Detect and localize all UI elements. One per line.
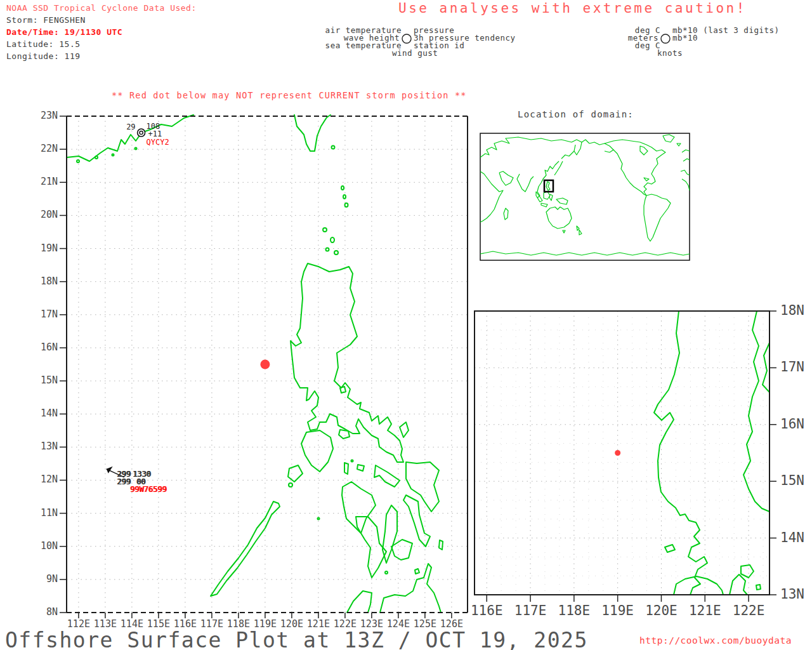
main-lon-label-118E: 118E	[227, 619, 250, 630]
zoom-map-coastlines	[654, 311, 769, 595]
main-lat-label-13N: 13N	[41, 441, 58, 452]
islet-romblon	[351, 460, 353, 462]
world-coastlines	[480, 135, 690, 255]
main-lat-label-21N: 21N	[41, 176, 58, 187]
zoom-lat-label-16N: 16N	[780, 417, 804, 432]
coast-palawan	[211, 501, 280, 596]
coast-tablas	[344, 463, 348, 474]
islet-siquijor	[385, 571, 388, 574]
zoom-lon-label-120E: 120E	[645, 604, 678, 618]
islet-batanes	[341, 186, 344, 190]
station-id: 99W76599	[130, 486, 167, 494]
coast-samar	[406, 462, 439, 512]
islet-babuyan	[334, 251, 338, 255]
coast-catanduanes	[400, 422, 409, 437]
main-lat-label-17N: 17N	[41, 309, 58, 320]
main-lat-label-23N: 23N	[41, 110, 58, 121]
main-lon-label-126E: 126E	[440, 619, 463, 630]
main-lon-label-113E: 113E	[94, 619, 117, 630]
zoom-lon-label-119E: 119E	[601, 604, 634, 618]
coast-mindoro	[301, 430, 333, 472]
coast-camiguin	[415, 569, 419, 574]
islet-lanyu	[332, 146, 335, 149]
zoom-lat-label-14N: 14N	[780, 531, 804, 545]
islet	[135, 148, 137, 150]
zoom-lon-label-117E: 117E	[514, 604, 547, 618]
main-lat-label-9N: 9N	[46, 574, 58, 585]
zoom-lat-label-13N: 13N	[780, 587, 804, 602]
islet	[77, 160, 79, 162]
station-model-circle-icon	[402, 34, 411, 43]
main-lat-label-18N: 18N	[41, 276, 58, 287]
main-lat-label-12N: 12N	[41, 474, 58, 485]
main-lon-label-119E: 119E	[254, 619, 277, 630]
main-lon-label-125E: 125E	[414, 619, 436, 630]
main-lat-label-11N: 11N	[41, 508, 58, 519]
station-wind-pennant	[107, 467, 113, 474]
station-circle	[138, 129, 145, 136]
islet-babuyan	[331, 237, 334, 242]
zoom-lon-label-118E: 118E	[558, 604, 591, 618]
storm-dot-main	[260, 360, 270, 369]
main-map-coastlines	[67, 115, 443, 613]
islet-babuyan	[326, 248, 329, 251]
zoom-lon-label-116E: 116E	[471, 604, 503, 618]
plot-canvas	[0, 0, 812, 650]
station-layer	[107, 129, 145, 477]
main-lat-label-8N: 8N	[46, 607, 58, 618]
main-lat-label-10N: 10N	[41, 541, 58, 552]
main-lon-label-114E: 114E	[121, 619, 143, 630]
islet-culion	[289, 483, 292, 487]
coast-south-china	[67, 115, 193, 161]
station-id: QYCY2	[147, 138, 169, 147]
main-lon-label-124E: 124E	[387, 619, 410, 630]
coast-lubang	[665, 545, 675, 552]
zoom-lon-label-122E: 122E	[733, 604, 765, 618]
coast-polillo	[340, 387, 346, 393]
coast-masbate	[374, 465, 400, 487]
main-lon-label-116E: 116E	[174, 619, 197, 630]
coast-zamboanga	[347, 591, 372, 613]
main-lon-label-123E: 123E	[360, 619, 383, 630]
main-lon-label-120E: 120E	[280, 619, 303, 630]
coast-panay	[342, 482, 376, 533]
coast-mindanao	[380, 564, 441, 613]
coast-negros	[356, 517, 386, 578]
zoom-lat-label-17N: 17N	[780, 360, 804, 375]
world-map-frame	[480, 133, 690, 260]
zoom-lat-label-15N: 15N	[780, 474, 804, 488]
main-lon-label-121E: 121E	[307, 619, 330, 630]
coast-taiwan	[294, 115, 331, 151]
grid-layer	[60, 116, 776, 618]
zoom-map-frame	[475, 311, 769, 595]
zoom-lon-label-121E: 121E	[689, 604, 721, 618]
main-lon-label-115E: 115E	[147, 619, 170, 630]
main-lat-label-16N: 16N	[41, 342, 58, 353]
islet-babuyan	[323, 228, 327, 232]
storm-dot-zoom	[615, 450, 620, 456]
coast-leyte	[403, 495, 430, 547]
main-lat-label-19N: 19N	[41, 243, 58, 254]
main-lon-label-122E: 122E	[334, 619, 357, 630]
islet-inset	[756, 585, 761, 590]
coast-bohol	[391, 540, 412, 560]
station-model-units-circle-icon	[661, 34, 670, 43]
station-air-temp: 29	[126, 123, 135, 131]
main-lat-label-15N: 15N	[41, 375, 58, 386]
main-lon-label-117E: 117E	[200, 619, 223, 630]
coast-marinduque	[339, 430, 350, 439]
world-map-inset	[480, 133, 690, 260]
coast-luzon-west	[654, 311, 707, 595]
coast-bondoc	[730, 574, 747, 595]
station-sea-temp: 299	[117, 478, 131, 486]
islet-batanes	[345, 203, 348, 207]
islet-batanes	[343, 195, 346, 199]
islet-cuyo	[318, 518, 320, 520]
main-lat-label-14N: 14N	[41, 408, 58, 419]
zoom-lat-label-18N: 18N	[780, 303, 804, 318]
coast-dinagat	[439, 540, 443, 550]
map-frames	[67, 116, 769, 613]
islet	[112, 154, 114, 156]
coast-busuanga	[288, 465, 303, 482]
coast-right-fragment	[763, 343, 769, 392]
